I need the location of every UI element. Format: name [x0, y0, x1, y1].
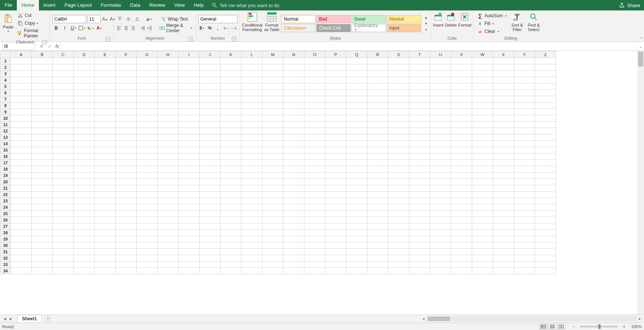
cell-S20[interactable] [388, 179, 409, 185]
cell-G13[interactable] [137, 134, 158, 141]
cell-Z3[interactable] [535, 71, 556, 77]
cell-Y29[interactable] [514, 236, 535, 242]
cell-F25[interactable] [116, 211, 137, 217]
cell-X22[interactable] [493, 192, 514, 198]
cell-H10[interactable] [158, 115, 179, 122]
cell-I11[interactable] [179, 122, 200, 128]
cell-R31[interactable] [367, 249, 388, 255]
cell-D33[interactable] [74, 262, 95, 268]
cell-A17[interactable] [11, 160, 32, 166]
cell-S16[interactable] [388, 153, 409, 160]
align-bottom[interactable] [133, 15, 141, 23]
cell-J11[interactable] [200, 122, 221, 128]
cell-P20[interactable] [325, 179, 346, 185]
cell-S6[interactable] [388, 90, 409, 96]
cell-R32[interactable] [367, 255, 388, 262]
cell-Y19[interactable] [514, 172, 535, 179]
cell-N23[interactable] [283, 198, 304, 204]
row-header-1[interactable]: 1 [0, 58, 11, 64]
row-header-9[interactable]: 9 [0, 109, 11, 115]
cell-J26[interactable] [200, 217, 221, 223]
cell-P2[interactable] [325, 64, 346, 71]
cell-F33[interactable] [116, 262, 137, 268]
cell-N16[interactable] [283, 153, 304, 160]
cell-V9[interactable] [451, 109, 472, 115]
cell-L22[interactable] [242, 192, 262, 198]
cell-Z22[interactable] [535, 192, 556, 198]
cell-J7[interactable] [200, 96, 221, 103]
cell-G6[interactable] [137, 90, 158, 96]
cell-Y1[interactable] [514, 58, 535, 64]
cell-D32[interactable] [74, 255, 95, 262]
cell-U17[interactable] [430, 160, 451, 166]
cell-S30[interactable] [388, 242, 409, 249]
cell-Y6[interactable] [514, 90, 535, 96]
cell-G22[interactable] [137, 192, 158, 198]
cell-Z8[interactable] [535, 103, 556, 109]
cell-S28[interactable] [388, 230, 409, 236]
increase-indent[interactable] [147, 24, 153, 32]
cell-O30[interactable] [304, 242, 325, 249]
cell-M1[interactable] [262, 58, 283, 64]
cell-Z7[interactable] [535, 96, 556, 103]
new-sheet-button[interactable]: + [45, 315, 51, 322]
cell-D25[interactable] [74, 211, 95, 217]
cell-J27[interactable] [200, 223, 221, 230]
cell-D19[interactable] [74, 172, 95, 179]
cell-U18[interactable] [430, 166, 451, 172]
cell-Y4[interactable] [514, 77, 535, 83]
cell-S5[interactable] [388, 83, 409, 90]
cell-R8[interactable] [367, 103, 388, 109]
cell-A1[interactable] [11, 58, 32, 64]
cell-I28[interactable] [179, 230, 200, 236]
cell-T16[interactable] [409, 153, 430, 160]
cell-O22[interactable] [304, 192, 325, 198]
cell-Q31[interactable] [346, 249, 367, 255]
cell-D5[interactable] [74, 83, 95, 90]
cell-N6[interactable] [283, 90, 304, 96]
cell-O3[interactable] [304, 71, 325, 77]
tab-page-layout[interactable]: Page Layout [60, 0, 96, 10]
cell-H19[interactable] [158, 172, 179, 179]
cell-J9[interactable] [200, 109, 221, 115]
worksheet-grid[interactable]: ABCDEFGHIJKLMNOPQRSTUVWXYZ12345678910111… [0, 51, 644, 314]
cell-N10[interactable] [283, 115, 304, 122]
cell-D26[interactable] [74, 217, 95, 223]
cell-B34[interactable] [32, 268, 53, 274]
cell-V27[interactable] [451, 223, 472, 230]
cell-H17[interactable] [158, 160, 179, 166]
cell-K9[interactable] [221, 109, 242, 115]
cell-P26[interactable] [325, 217, 346, 223]
cell-C3[interactable] [53, 71, 74, 77]
cell-I26[interactable] [179, 217, 200, 223]
cell-I5[interactable] [179, 83, 200, 90]
cell-C32[interactable] [53, 255, 74, 262]
cell-K13[interactable] [221, 134, 242, 141]
cell-U12[interactable] [430, 128, 451, 134]
cell-S33[interactable] [388, 262, 409, 268]
cell-R34[interactable] [367, 268, 388, 274]
cell-M23[interactable] [262, 198, 283, 204]
cell-Z27[interactable] [535, 223, 556, 230]
cell-F27[interactable] [116, 223, 137, 230]
cell-L1[interactable] [242, 58, 262, 64]
cell-S9[interactable] [388, 109, 409, 115]
cell-T34[interactable] [409, 268, 430, 274]
cell-P1[interactable] [325, 58, 346, 64]
cell-J19[interactable] [200, 172, 221, 179]
cell-W10[interactable] [472, 115, 493, 122]
cell-X34[interactable] [493, 268, 514, 274]
align-right[interactable] [130, 24, 136, 32]
cell-B1[interactable] [32, 58, 53, 64]
cell-F30[interactable] [116, 242, 137, 249]
cell-J13[interactable] [200, 134, 221, 141]
cell-V15[interactable] [451, 147, 472, 153]
cell-H3[interactable] [158, 71, 179, 77]
cell-P32[interactable] [325, 255, 346, 262]
cell-S8[interactable] [388, 103, 409, 109]
cell-M8[interactable] [262, 103, 283, 109]
cell-P23[interactable] [325, 198, 346, 204]
column-header-A[interactable]: A [11, 51, 32, 58]
cell-R10[interactable] [367, 115, 388, 122]
cell-P30[interactable] [325, 242, 346, 249]
